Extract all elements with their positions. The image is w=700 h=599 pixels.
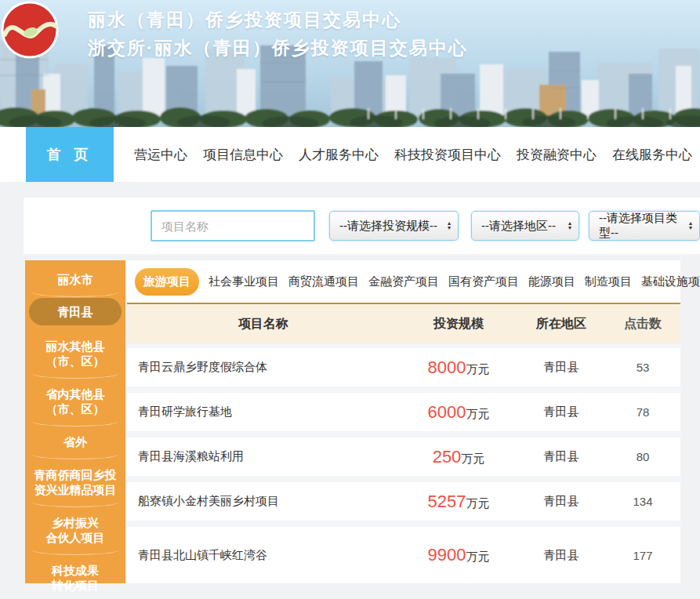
tab-infrastructure[interactable]: 基础设施项目	[641, 274, 700, 289]
investment-amount: 6000万元	[400, 402, 517, 423]
investment-scale-select-value: --请选择投资规模--	[339, 219, 437, 234]
table-row[interactable]: 青田县海溪粮站利用 250万元 青田县 80	[127, 437, 680, 476]
investment-amount: 5257万元	[400, 492, 517, 512]
site-logo-icon[interactable]	[0, 0, 60, 60]
investment-amount: 9900万元	[400, 545, 517, 565]
project-name-link[interactable]: 船寮镇小金村美丽乡村项目	[127, 494, 400, 509]
click-count: 134	[605, 495, 680, 508]
tab-commerce-circulation[interactable]: 商贸流通项目	[288, 274, 359, 289]
project-name-input[interactable]	[151, 210, 315, 241]
site-title-line1: 丽水（青田）侨乡投资项目交易中心	[88, 5, 468, 34]
header-clicks: 点击数	[605, 316, 680, 332]
sidebar-item-qingtian-county[interactable]: 青田县	[29, 298, 122, 325]
header-banner: 丽水（青田）侨乡投资项目交易中心 浙交所·丽水（青田）侨乡投资项目交易中心	[0, 0, 700, 127]
project-region: 青田县	[517, 548, 605, 563]
nav-item-financing[interactable]: 投资融资中心	[517, 146, 597, 164]
updown-arrows-icon: ▴▾	[689, 221, 692, 231]
project-region: 青田县	[517, 405, 605, 419]
table-body: 青田云鼎乡野度假综合体 8000万元 青田县 53 青田研学旅行基地 6000万…	[127, 343, 680, 583]
amount-number: 5257	[428, 492, 466, 511]
main-nav: 首 页 营运中心 项目信息中心 人才服务中心 科技投资项目中心 投资融资中心 在…	[0, 127, 700, 182]
table-row[interactable]: 青田研学旅行基地 6000万元 青田县 78	[127, 393, 680, 431]
nav-item-home[interactable]: 首 页	[26, 127, 114, 182]
amount-unit: 万元	[461, 452, 484, 465]
project-region: 青田县	[517, 449, 605, 464]
investment-amount: 8000万元	[400, 358, 517, 378]
table-row[interactable]: 青田云鼎乡野度假综合体 8000万元 青田县 53	[127, 348, 680, 387]
updown-arrows-icon: ▴▾	[448, 221, 451, 231]
tab-financial-assets[interactable]: 金融资产项目	[368, 274, 439, 289]
sidebar-item-tech-transfer[interactable]: 科技成果 转化项目	[25, 554, 125, 599]
region-select-value: --请选择地区--	[481, 219, 556, 234]
project-name-link[interactable]: 青田研学旅行基地	[127, 405, 400, 419]
header-project-name: 项目名称	[127, 316, 400, 332]
nav-item-online-service[interactable]: 在线服务中心	[612, 146, 692, 164]
updown-arrows-icon: ▴▾	[568, 221, 571, 231]
nav-item-tech-investment[interactable]: 科技投资项目中心	[394, 146, 501, 164]
table-row[interactable]: 船寮镇小金村美丽乡村项目 5257万元 青田县 134	[127, 482, 680, 521]
site-title-line2: 浙交所·丽水（青田）侨乡投资项目交易中心	[88, 34, 468, 62]
tab-social-welfare[interactable]: 社会事业项目	[209, 274, 279, 289]
investment-scale-select[interactable]: --请选择投资规模-- ▴▾	[329, 211, 459, 241]
tab-energy[interactable]: 能源项目	[528, 274, 575, 289]
site-title: 丽水（青田）侨乡投资项目交易中心 浙交所·丽水（青田）侨乡投资项目交易中心	[88, 5, 468, 62]
tab-state-assets[interactable]: 国有资产项目	[448, 274, 519, 289]
project-type-select-value: --请选择项目类型--	[599, 211, 684, 241]
table-row[interactable]: 青田县北山镇千峡红湾谷 9900万元 青田县 177	[127, 527, 680, 583]
amount-number: 6000	[428, 402, 466, 422]
click-count: 177	[605, 549, 680, 562]
region-select[interactable]: --请选择地区-- ▴▾	[471, 211, 579, 241]
project-name-link[interactable]: 青田县北山镇千峡红湾谷	[127, 548, 400, 563]
tab-manufacturing[interactable]: 制造项目	[585, 274, 632, 289]
main-region: 丽水市 青田县 丽水其他县 （市、区） 省内其他县 （市、区） 省外 青商侨商回…	[25, 260, 700, 583]
amount-number: 250	[433, 447, 462, 466]
header-region: 所在地区	[517, 316, 605, 332]
amount-unit: 万元	[466, 407, 489, 420]
click-count: 80	[605, 450, 680, 463]
header-investment-scale: 投资规模	[400, 316, 517, 332]
click-count: 78	[605, 405, 680, 419]
project-region: 青田县	[517, 360, 605, 375]
sidebar-item-lishui-other[interactable]: 丽水其他县 （市、区）	[25, 330, 125, 378]
sidebar-item-rural-partner[interactable]: 乡村振兴 合伙人项目	[25, 506, 125, 554]
project-name-link[interactable]: 青田县海溪粮站利用	[127, 449, 400, 464]
amount-unit: 万元	[466, 496, 489, 510]
amount-number: 9900	[428, 545, 466, 565]
sidebar-item-lishui-city[interactable]: 丽水市	[25, 263, 125, 296]
nav-items: 营运中心 项目信息中心 人才服务中心 科技投资项目中心 投资融资中心 在线服务中…	[114, 127, 700, 182]
nav-item-talent-service[interactable]: 人才服务中心	[299, 146, 379, 164]
amount-unit: 万元	[466, 362, 489, 376]
project-region: 青田县	[517, 494, 605, 509]
click-count: 53	[605, 361, 680, 374]
amount-number: 8000	[428, 358, 466, 377]
sidebar-item-overseas-merchants[interactable]: 青商侨商回乡投 资兴业精品项目	[25, 459, 125, 506]
project-name-link[interactable]: 青田云鼎乡野度假综合体	[127, 360, 400, 375]
sidebar-item-province-other[interactable]: 省内其他县 （市、区）	[25, 378, 125, 426]
project-list-panel: 旅游项目 社会事业项目 商贸流通项目 金融资产项目 国有资产项目 能源项目 制造…	[127, 260, 680, 583]
nav-item-operations[interactable]: 营运中心	[134, 146, 187, 164]
table-header: 项目名称 投资规模 所在地区 点击数	[127, 304, 680, 343]
page: 丽水（青田）侨乡投资项目交易中心 浙交所·丽水（青田）侨乡投资项目交易中心 首 …	[0, 0, 700, 599]
category-tabs: 旅游项目 社会事业项目 商贸流通项目 金融资产项目 国有资产项目 能源项目 制造…	[127, 260, 680, 304]
project-type-select[interactable]: --请选择项目类型-- ▴▾	[589, 211, 700, 241]
tab-tourism[interactable]: 旅游项目	[135, 268, 199, 296]
amount-unit: 万元	[466, 550, 489, 563]
investment-amount: 250万元	[400, 447, 517, 467]
nav-item-project-info[interactable]: 项目信息中心	[203, 146, 283, 164]
region-sidebar: 丽水市 青田县 丽水其他县 （市、区） 省内其他县 （市、区） 省外 青商侨商回…	[25, 260, 125, 583]
sidebar-item-outside-province[interactable]: 省外	[25, 426, 125, 459]
search-panel: --请选择投资规模-- ▴▾ --请选择地区-- ▴▾ --请选择项目类型-- …	[24, 198, 700, 254]
